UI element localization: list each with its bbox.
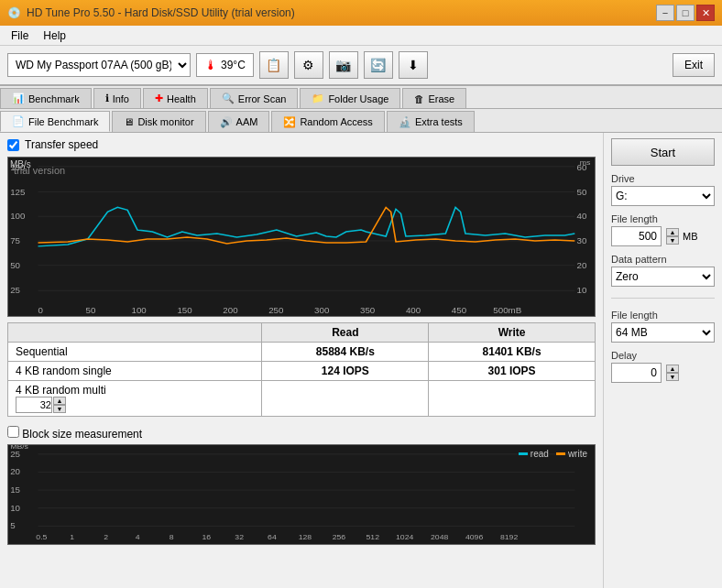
4kb-single-read: 124 IOPS bbox=[262, 362, 429, 381]
toolbar: WD My Passport 07AA (500 gB) 🌡 39°C 📋 ⚙ … bbox=[0, 46, 722, 86]
help-menu[interactable]: Help bbox=[36, 27, 73, 44]
svg-text:100: 100 bbox=[10, 212, 25, 222]
exit-button[interactable]: Exit bbox=[673, 53, 715, 77]
tab-folder-usage[interactable]: 📁 Folder Usage bbox=[300, 88, 400, 108]
block-chart-svg: 25 20 15 10 5 MB/s 0.5 1 2 4 8 16 32 64 … bbox=[8, 445, 595, 544]
svg-text:2048: 2048 bbox=[431, 533, 449, 541]
multi-value-input[interactable] bbox=[16, 397, 52, 413]
data-pattern-section: Data pattern Zero Random 0x00 0xFF bbox=[611, 254, 715, 287]
svg-text:0.5: 0.5 bbox=[36, 533, 47, 541]
file-length-label: File length bbox=[611, 213, 715, 224]
chart-legend: read write bbox=[519, 449, 587, 459]
drive-dropdown[interactable]: G: C: D: bbox=[611, 186, 715, 206]
thermometer-icon: 🌡 bbox=[204, 58, 217, 72]
transfer-speed-checkbox[interactable] bbox=[7, 139, 19, 151]
svg-text:30: 30 bbox=[576, 236, 586, 245]
delay-section: Delay ▲ ▼ bbox=[611, 350, 715, 383]
tab-error-scan[interactable]: 🔍 Error Scan bbox=[210, 88, 299, 108]
col-header-write: Write bbox=[429, 323, 596, 343]
svg-text:20: 20 bbox=[10, 468, 20, 476]
temperature-value: 39°C bbox=[221, 59, 246, 71]
svg-text:8: 8 bbox=[170, 533, 174, 541]
drive-selector[interactable]: WD My Passport 07AA (500 gB) bbox=[7, 53, 191, 77]
benchmark-tab-icon: 📊 bbox=[12, 93, 25, 104]
stats-table: Read Write Sequential 85884 KB/s 81401 K… bbox=[7, 322, 596, 417]
block-size-checkbox[interactable] bbox=[7, 426, 19, 438]
refresh-icon-button[interactable]: 🔄 bbox=[364, 51, 393, 79]
tab-extra-tests[interactable]: 🔬 Extra tests bbox=[387, 111, 475, 132]
svg-text:256: 256 bbox=[333, 533, 346, 541]
write-color-swatch bbox=[556, 452, 565, 455]
app-title: HD Tune Pro 5.50 - Hard Disk/SSD Utility… bbox=[27, 6, 295, 19]
close-button[interactable]: ✕ bbox=[696, 5, 715, 21]
title-bar: 💿 HD Tune Pro 5.50 - Hard Disk/SSD Utili… bbox=[0, 0, 722, 26]
file-length2-dropdown[interactable]: 64 MB 128 MB 256 MB bbox=[611, 322, 715, 343]
camera-icon-button[interactable]: 📷 bbox=[329, 51, 358, 79]
delay-down-button[interactable]: ▼ bbox=[666, 373, 679, 381]
random-access-tab-icon: 🔀 bbox=[283, 116, 296, 128]
tab-erase[interactable]: 🗑 Erase bbox=[402, 88, 466, 108]
svg-text:300: 300 bbox=[314, 306, 329, 315]
block-chart: read write 25 20 bbox=[7, 444, 596, 545]
tab-info[interactable]: ℹ Info bbox=[93, 88, 141, 108]
main-content: Transfer speed trial version MB/s 150 12… bbox=[0, 133, 722, 588]
delay-input[interactable] bbox=[611, 363, 662, 383]
info-icon-button[interactable]: 📋 bbox=[259, 51, 289, 79]
erase-tab-icon: 🗑 bbox=[414, 93, 424, 104]
start-button[interactable]: Start bbox=[611, 138, 715, 166]
minimize-button[interactable]: − bbox=[656, 5, 674, 21]
multi-down-button[interactable]: ▼ bbox=[53, 405, 66, 413]
main-chart: trial version MB/s 150 125 100 75 50 25 … bbox=[7, 157, 596, 317]
right-panel: Start Drive G: C: D: File length ▲ ▼ MB bbox=[603, 133, 722, 588]
error-scan-tab-icon: 🔍 bbox=[222, 93, 235, 104]
file-menu[interactable]: File bbox=[4, 27, 36, 44]
delay-up-button[interactable]: ▲ bbox=[666, 365, 679, 373]
health-tab-icon: ✚ bbox=[155, 93, 163, 104]
block-size-label: Block size measurement bbox=[22, 428, 142, 441]
4kb-multi-read bbox=[262, 381, 429, 417]
svg-text:15: 15 bbox=[10, 485, 20, 494]
file-length-input[interactable] bbox=[611, 226, 662, 246]
maximize-button[interactable]: □ bbox=[676, 5, 695, 21]
svg-text:150: 150 bbox=[177, 306, 191, 315]
svg-text:1: 1 bbox=[70, 533, 74, 541]
svg-text:25: 25 bbox=[10, 287, 20, 296]
tab-disk-monitor[interactable]: 🖥 Disk monitor bbox=[112, 111, 205, 132]
left-panel: Transfer speed trial version MB/s 150 12… bbox=[0, 133, 603, 588]
tabs-row2: 📄 File Benchmark 🖥 Disk monitor 🔊 AAM 🔀 … bbox=[0, 109, 722, 133]
tab-aam[interactable]: 🔊 AAM bbox=[208, 111, 270, 132]
multi-up-button[interactable]: ▲ bbox=[53, 397, 66, 405]
disk-monitor-tab-icon: 🖥 bbox=[124, 116, 134, 127]
svg-text:32: 32 bbox=[235, 533, 244, 541]
svg-text:50: 50 bbox=[576, 188, 586, 197]
tab-health[interactable]: ✚ Health bbox=[143, 88, 208, 108]
svg-text:400: 400 bbox=[406, 306, 421, 315]
temperature-display: 🌡 39°C bbox=[196, 53, 254, 77]
block-size-section: Block size measurement read write bbox=[7, 426, 596, 545]
svg-text:200: 200 bbox=[223, 306, 237, 315]
drive-label: Drive bbox=[611, 173, 715, 184]
legend-write: write bbox=[556, 449, 587, 459]
svg-text:2: 2 bbox=[104, 533, 108, 541]
svg-text:512: 512 bbox=[366, 533, 380, 541]
data-pattern-label: Data pattern bbox=[611, 254, 715, 265]
file-length2-section: File length 64 MB 128 MB 256 MB bbox=[611, 310, 715, 343]
4kb-multi-write bbox=[429, 381, 596, 417]
benchmark-chart-svg: 150 125 100 75 50 25 60 50 40 30 20 10 m… bbox=[8, 158, 595, 316]
separator bbox=[611, 298, 715, 299]
read-color-swatch bbox=[519, 452, 528, 455]
tab-benchmark[interactable]: 📊 Benchmark bbox=[0, 88, 92, 108]
file-length-down-button[interactable]: ▼ bbox=[666, 236, 679, 245]
settings-icon-button[interactable]: ⚙ bbox=[294, 51, 323, 79]
col-header-label bbox=[8, 323, 262, 343]
svg-text:100: 100 bbox=[132, 306, 147, 315]
download-icon-button[interactable]: ⬇ bbox=[399, 51, 428, 79]
stat-label: Sequential bbox=[8, 343, 262, 362]
data-pattern-dropdown[interactable]: Zero Random 0x00 0xFF bbox=[611, 267, 715, 287]
svg-text:8192: 8192 bbox=[500, 533, 519, 541]
tab-random-access[interactable]: 🔀 Random Access bbox=[271, 111, 384, 132]
tab-file-benchmark[interactable]: 📄 File Benchmark bbox=[0, 111, 110, 132]
sequential-read: 85884 KB/s bbox=[262, 343, 429, 362]
svg-text:10: 10 bbox=[576, 287, 586, 296]
file-length-up-button[interactable]: ▲ bbox=[666, 228, 679, 236]
